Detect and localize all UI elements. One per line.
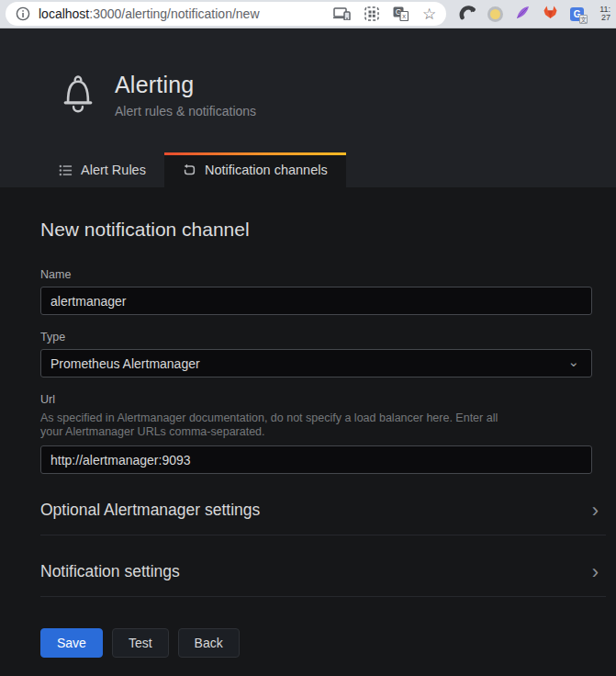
notification-channel-icon: [183, 163, 196, 177]
translate-icon[interactable]: G x: [393, 6, 409, 21]
name-label: Name: [40, 268, 592, 281]
action-buttons: Save Test Back: [40, 628, 616, 658]
extension-swoosh-icon[interactable]: [459, 5, 476, 24]
url-field: Url As specified in Alertmanager documen…: [40, 393, 592, 474]
address-bar[interactable]: localhost:3000/alerting/notification/new: [6, 2, 446, 26]
url-host: localhost: [39, 6, 89, 21]
svg-text:x: x: [402, 12, 406, 20]
tab-label: Notification channels: [205, 163, 328, 177]
page-title: New notification channel: [40, 219, 616, 241]
tab-bar: Alert Rules Notification channels: [40, 152, 346, 187]
tab-alert-rules[interactable]: Alert Rules: [40, 152, 164, 187]
url-input[interactable]: [40, 445, 592, 474]
page-header: Alerting Alert rules & notifications Ale…: [0, 28, 616, 187]
extension-gitlab-icon[interactable]: [543, 5, 558, 23]
chevron-right-icon: ›: [592, 503, 599, 518]
type-label: Type: [40, 331, 592, 344]
browser-toolbar: localhost:3000/alerting/notification/new: [0, 0, 616, 28]
page-heading: Alerting: [115, 72, 256, 98]
type-field: Type Prometheus Alertmanager ⌄: [40, 331, 592, 377]
chevron-right-icon: ›: [592, 565, 599, 580]
site-info-icon[interactable]: [16, 6, 30, 21]
section-optional-alertmanager-settings[interactable]: Optional Alertmanager settings ›: [40, 501, 606, 535]
tab-label: Alert Rules: [81, 163, 146, 177]
qr-code-icon[interactable]: [364, 6, 379, 21]
name-input[interactable]: [40, 287, 592, 315]
save-button[interactable]: Save: [40, 628, 103, 658]
bookmark-star-icon[interactable]: ☆: [422, 6, 436, 22]
alerting-bell-icon: [61, 72, 95, 120]
main-content: New notification channel Name Type Prome…: [0, 187, 616, 676]
extensions-area: G文 11: 27: [459, 5, 610, 24]
url-help-text: As specified in Alertmanager documentati…: [40, 411, 592, 439]
extension-circle-icon[interactable]: [487, 6, 503, 22]
extension-feather-icon[interactable]: [515, 5, 531, 24]
list-icon: [59, 163, 73, 177]
url-label: Url: [40, 393, 592, 406]
back-button[interactable]: Back: [178, 628, 240, 658]
type-select[interactable]: Prometheus Alertmanager ⌄: [40, 349, 592, 377]
test-button[interactable]: Test: [112, 628, 169, 658]
send-to-devices-icon[interactable]: [333, 7, 351, 20]
section-label: Optional Alertmanager settings: [40, 501, 260, 520]
section-notification-settings[interactable]: Notification settings ›: [40, 562, 606, 597]
page-subheading: Alert rules & notifications: [115, 104, 256, 118]
tab-notification-channels[interactable]: Notification channels: [164, 152, 346, 187]
type-select-value: Prometheus Alertmanager: [50, 356, 200, 371]
url-path: :3000/alerting/notification/new: [89, 6, 259, 21]
system-clock: 11: 27: [599, 6, 610, 22]
extension-translate-icon[interactable]: G文: [570, 7, 584, 21]
name-field: Name: [40, 268, 592, 315]
url-text[interactable]: localhost:3000/alerting/notification/new: [39, 6, 326, 21]
section-label: Notification settings: [40, 562, 180, 581]
